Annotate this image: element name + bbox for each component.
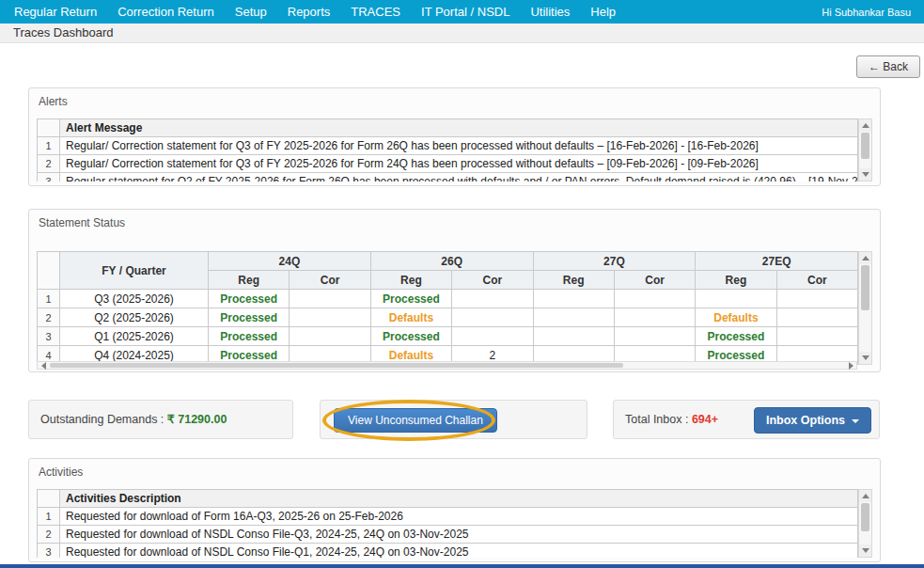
- scroll-up-icon[interactable]: [859, 119, 871, 132]
- status-cell: [776, 327, 857, 346]
- alerts-table: Alert Message 1 Regular/ Correction stat…: [37, 118, 858, 181]
- statement-status-title: Statement Status: [29, 210, 880, 229]
- cor-header: Cor: [776, 271, 857, 290]
- activities-panel: Activities Activities Description 1 Requ…: [28, 458, 881, 562]
- scrollbar-track[interactable]: [859, 132, 871, 168]
- outstanding-demands-amount: ₹ 71290.00: [167, 413, 227, 426]
- fy-quarter-cell: Q3 (2025-2026): [60, 290, 209, 308]
- alerts-vertical-scrollbar[interactable]: [858, 118, 872, 181]
- scroll-left-icon[interactable]: [38, 362, 49, 369]
- scroll-up-icon[interactable]: [859, 490, 871, 502]
- top-navbar: Regular Return Correction Return Setup R…: [0, 0, 924, 24]
- row-number: 3: [38, 327, 60, 346]
- back-button[interactable]: ← Back: [856, 55, 920, 78]
- inbox-box: Total Inbox : 694+ Inbox Options: [613, 400, 880, 439]
- status-cell: [696, 290, 776, 308]
- scroll-right-icon[interactable]: [845, 362, 856, 369]
- form-group-header-24q: 24Q: [209, 252, 371, 271]
- reg-header: Reg: [370, 271, 451, 290]
- scroll-down-icon[interactable]: [859, 544, 871, 557]
- bottom-border-strip: [0, 564, 924, 568]
- nav-it-portal-nsdl[interactable]: IT Portal / NSDL: [411, 0, 520, 24]
- activity-row-text: Requested for download of NSDL Conso Fil…: [60, 526, 858, 544]
- alert-message-header: Alert Message: [60, 119, 858, 137]
- form-group-header-26q: 26Q: [370, 252, 533, 271]
- alerts-panel-title: Alerts: [29, 88, 880, 108]
- row-number: 1: [38, 290, 60, 308]
- alert-row-text: Regular statement for Q2 of FY 2025-2026…: [60, 173, 858, 182]
- activity-row: 3 Requested for download of NSDL Conso F…: [38, 544, 858, 559]
- nav-reports[interactable]: Reports: [277, 0, 341, 24]
- nav-utilities[interactable]: Utilities: [520, 0, 580, 24]
- form-group-header-27eq: 27EQ: [696, 252, 858, 271]
- scrollbar-thumb[interactable]: [50, 363, 623, 368]
- reg-header: Reg: [533, 271, 614, 290]
- statement-status-table: FY / Quarter 24Q 26Q 27Q 27EQ Reg Cor Re…: [37, 251, 858, 365]
- status-cell: Processed: [370, 327, 451, 346]
- alert-row: 3 Regular statement for Q2 of FY 2025-20…: [38, 173, 858, 182]
- alerts-table-wrapper: Alert Message 1 Regular/ Correction stat…: [37, 118, 872, 181]
- cor-header: Cor: [290, 271, 370, 290]
- scroll-down-icon[interactable]: [859, 352, 871, 364]
- row-number-header: [38, 252, 60, 290]
- alert-row-number: 3: [38, 173, 60, 182]
- alert-row-number: 1: [38, 137, 60, 155]
- statement-row: 2 Q2 (2025-2026) Processed Defaults Defa…: [38, 308, 858, 327]
- activity-row-text: Requested for download of Form 16A-Q3, 2…: [60, 508, 858, 526]
- statement-horizontal-scrollbar[interactable]: [37, 361, 857, 370]
- scrollbar-thumb[interactable]: [861, 503, 869, 531]
- scrollbar-track[interactable]: [859, 502, 871, 544]
- scroll-down-icon[interactable]: [859, 168, 871, 181]
- activities-description-header: Activities Description: [60, 490, 858, 508]
- status-cell: [452, 308, 533, 327]
- nav-correction-return[interactable]: Correction Return: [107, 0, 225, 24]
- outstanding-demands-text: Outstanding Demands : ₹ 71290.00: [29, 401, 292, 438]
- scroll-up-icon[interactable]: [859, 252, 871, 264]
- user-greeting: Hi Subhankar Basu: [822, 7, 924, 18]
- status-cell: Defaults: [696, 308, 776, 327]
- nav-traces[interactable]: TRACES: [340, 0, 411, 24]
- inbox-options-button[interactable]: Inbox Options: [754, 407, 871, 434]
- fy-quarter-cell: Q1 (2025-2026): [60, 327, 209, 346]
- statement-status-panel: Statement Status FY / Quarter 24Q 26Q 27…: [28, 209, 881, 372]
- activity-row-number: 3: [38, 544, 60, 559]
- status-cell: [776, 290, 857, 308]
- row-number: 2: [38, 308, 60, 327]
- status-cell: [614, 290, 695, 308]
- statement-row: 3 Q1 (2025-2026) Processed Processed Pro…: [38, 327, 858, 346]
- scrollbar-track[interactable]: [859, 264, 871, 352]
- scrollbar-thumb[interactable]: [861, 265, 869, 310]
- fy-quarter-header: FY / Quarter: [60, 252, 209, 290]
- activity-row: 2 Requested for download of NSDL Conso F…: [38, 526, 858, 544]
- nav-setup[interactable]: Setup: [225, 0, 277, 24]
- activities-panel-title: Activities: [29, 459, 880, 479]
- form-group-header-row: FY / Quarter 24Q 26Q 27Q 27EQ: [38, 252, 858, 271]
- total-inbox-label: Total Inbox :: [625, 413, 692, 426]
- status-cell: [290, 308, 370, 327]
- status-cell: [452, 327, 533, 346]
- activity-row-number: 2: [38, 526, 60, 544]
- activities-header-row: Activities Description: [38, 490, 858, 508]
- status-cell: [776, 308, 857, 327]
- alert-row: 2 Regular/ Correction statement for Q3 o…: [38, 155, 858, 173]
- scrollbar-track[interactable]: [49, 362, 845, 369]
- activities-vertical-scrollbar[interactable]: [858, 489, 872, 558]
- unconsumed-challan-box: View Unconsumed Challan: [320, 400, 587, 439]
- form-group-header-27q: 27Q: [533, 252, 696, 271]
- alerts-panel: Alerts Alert Message 1 Regular/ Correcti…: [28, 87, 881, 186]
- nav-help[interactable]: Help: [580, 0, 626, 24]
- alert-row-text: Regular/ Correction statement for Q3 of …: [60, 137, 858, 155]
- statement-row: 1 Q3 (2025-2026) Processed Processed: [38, 290, 858, 308]
- activities-table-wrapper: Activities Description 1 Requested for d…: [37, 489, 872, 558]
- view-unconsumed-challan-button[interactable]: View Unconsumed Challan: [334, 408, 497, 433]
- activity-number-header: [38, 490, 60, 508]
- nav-regular-return[interactable]: Regular Return: [4, 0, 107, 24]
- reg-header: Reg: [209, 271, 290, 290]
- alert-row-text: Regular/ Correction statement for Q3 of …: [60, 155, 858, 173]
- statement-vertical-scrollbar[interactable]: [858, 251, 872, 365]
- status-cell: [614, 327, 695, 346]
- status-cell: Processed: [696, 327, 776, 346]
- activities-table: Activities Description 1 Requested for d…: [37, 489, 858, 558]
- status-cell: Processed: [370, 290, 451, 308]
- scrollbar-thumb[interactable]: [861, 133, 869, 159]
